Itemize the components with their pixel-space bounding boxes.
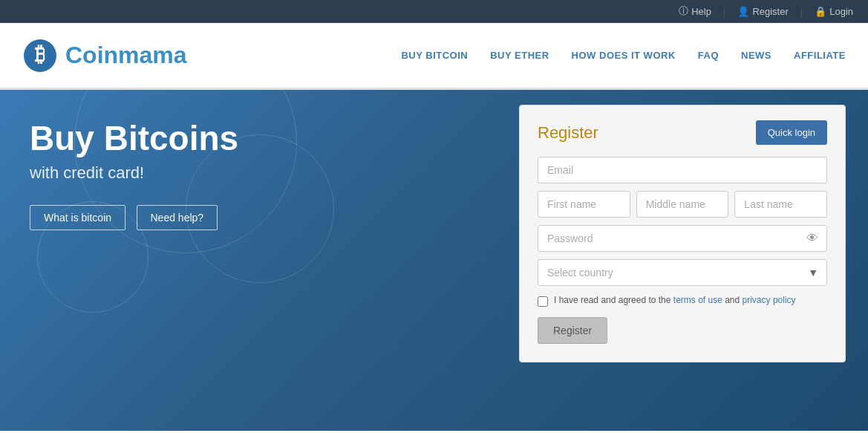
header: ₿ Coinmama BUY BITCOIN BUY ETHER HOW DOE… <box>0 23 868 90</box>
need-help-button[interactable]: Need help? <box>137 205 218 230</box>
what-is-bitcoin-button[interactable]: What is bitcoin <box>30 205 125 230</box>
register-title: Register <box>538 123 598 143</box>
login-icon: 🔒 <box>815 6 826 17</box>
separator-2: | <box>800 6 803 17</box>
privacy-policy-link[interactable]: privacy policy <box>743 295 796 305</box>
register-panel: Register Quick login 👁 Select country ▼ … <box>519 105 846 362</box>
nav-news[interactable]: NEWS <box>741 44 771 67</box>
logo-text: Coinmama <box>65 42 187 69</box>
first-name-input[interactable] <box>538 191 630 218</box>
nav-how-it-works[interactable]: HOW DOES IT WORK <box>572 44 676 67</box>
svg-text:₿: ₿ <box>35 43 45 66</box>
nav-affiliate[interactable]: AFFILIATE <box>794 44 846 67</box>
name-group <box>538 191 827 218</box>
password-group: 👁 <box>538 225 827 252</box>
email-input[interactable] <box>538 157 827 183</box>
last-name-input[interactable] <box>734 191 827 218</box>
nav-buy-bitcoin[interactable]: BUY BITCOIN <box>401 44 468 67</box>
country-select[interactable]: Select country <box>538 259 827 286</box>
hero-title: Buy Bitcoins <box>30 120 489 157</box>
terms-text: I have read and agreed to the terms of u… <box>554 295 796 305</box>
register-submit-button[interactable]: Register <box>538 317 607 344</box>
login-label: Login <box>829 6 853 17</box>
toggle-password-icon[interactable]: 👁 <box>806 232 818 245</box>
logo-icon: ₿ <box>22 38 58 74</box>
login-link[interactable]: 🔒 Login <box>815 6 853 17</box>
password-input[interactable] <box>538 225 827 252</box>
register-label: Register <box>752 6 788 17</box>
logo[interactable]: ₿ Coinmama <box>22 38 187 74</box>
help-link[interactable]: ⓘ Help <box>679 4 711 18</box>
terms-row: I have read and agreed to the terms of u… <box>538 295 827 307</box>
quick-login-button[interactable]: Quick login <box>756 120 827 145</box>
top-bar: ⓘ Help | 👤 Register | 🔒 Login <box>0 0 868 23</box>
terms-checkbox[interactable] <box>538 296 548 307</box>
terms-of-use-link[interactable]: terms of use <box>673 295 722 305</box>
nav-faq[interactable]: FAQ <box>698 44 719 67</box>
middle-name-input[interactable] <box>636 191 729 218</box>
hero-section: Buy Bitcoins with credit card! What is b… <box>0 90 519 260</box>
help-icon: ⓘ <box>679 4 688 18</box>
register-link[interactable]: 👤 Register <box>737 6 788 17</box>
email-group <box>538 157 827 183</box>
hero-subtitle: with credit card! <box>30 163 489 183</box>
nav-buy-ether[interactable]: BUY ETHER <box>490 44 549 67</box>
country-group: Select country ▼ <box>538 259 827 286</box>
main-nav: BUY BITCOIN BUY ETHER HOW DOES IT WORK F… <box>401 44 846 67</box>
register-header: Register Quick login <box>538 120 827 145</box>
main-content: Buy Bitcoins with credit card! What is b… <box>0 90 868 431</box>
separator-1: | <box>723 6 725 17</box>
user-icon: 👤 <box>737 6 749 17</box>
help-label: Help <box>691 6 711 17</box>
